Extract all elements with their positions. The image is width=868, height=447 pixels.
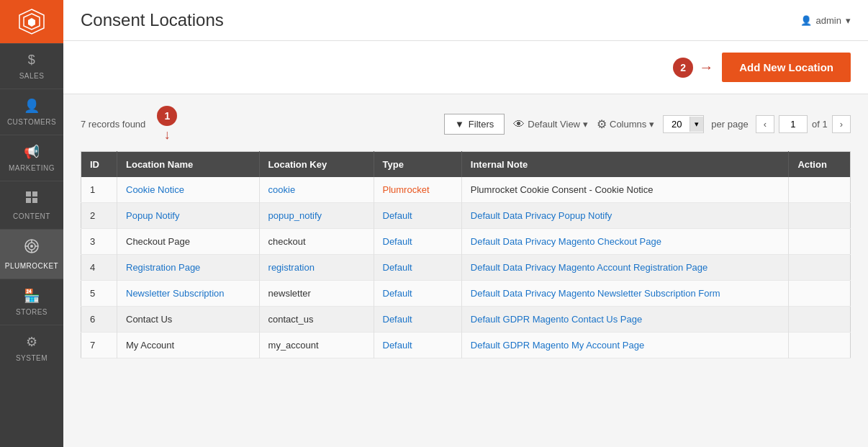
page-of-label: of 1 <box>812 119 828 130</box>
internal-note-link[interactable]: Default Data Privacy Magento Account Reg… <box>471 262 708 273</box>
sidebar-item-content[interactable]: CONTENT <box>0 181 63 229</box>
cell-key: checkout <box>259 229 374 255</box>
view-dropdown-icon: ▾ <box>583 119 588 130</box>
location-key-link[interactable]: registration <box>268 262 315 273</box>
user-menu[interactable]: 👤 admin ▾ <box>800 15 851 26</box>
columns-label: Columns <box>610 119 646 130</box>
table-row[interactable]: 1Cookie NoticecookiePlumrocketPlumrocket… <box>81 177 851 203</box>
cell-note: Plumrocket Cookie Consent - Cookie Notic… <box>461 177 789 203</box>
customers-icon: 👤 <box>24 98 40 114</box>
cell-key: contact_us <box>259 307 374 333</box>
columns-dropdown-icon: ▾ <box>649 119 654 130</box>
cell-id: 1 <box>81 177 117 203</box>
cell-name: Contact Us <box>117 307 260 333</box>
table-row[interactable]: 7My Accountmy_accountDefaultDefault GDPR… <box>81 333 851 358</box>
internal-note-link[interactable]: Default GDPR Magento Contact Us Page <box>471 314 642 325</box>
step-badge-1: 1 <box>157 106 177 126</box>
arrow-right-icon: → <box>699 59 713 76</box>
page-size-input[interactable] <box>664 116 690 132</box>
sidebar-item-customers[interactable]: 👤 CUSTOMERS <box>0 89 63 135</box>
arrow-down-icon: ↓ <box>164 127 171 143</box>
cell-name: Checkout Page <box>117 229 260 255</box>
cell-action <box>789 255 851 281</box>
view-selector[interactable]: 👁 Default View ▾ <box>513 118 588 131</box>
cell-key: newsletter <box>259 281 374 307</box>
cell-action <box>789 307 851 333</box>
cell-id: 3 <box>81 229 117 255</box>
records-count: 7 records found <box>81 119 145 130</box>
toolbar-right: ▼ Filters 👁 Default View ▾ ⚙ Columns ▾ <box>444 114 851 135</box>
cell-name: My Account <box>117 333 260 358</box>
location-key-link[interactable]: popup_notify <box>268 210 322 221</box>
location-name-link[interactable]: Cookie Notice <box>126 184 184 195</box>
cell-name[interactable]: Popup Notify <box>117 203 260 229</box>
svg-point-9 <box>30 245 33 248</box>
cell-id: 2 <box>81 203 117 229</box>
cell-note[interactable]: Default GDPR Magento My Account Page <box>461 333 789 358</box>
col-header-action: Action <box>789 152 851 178</box>
page-next-button[interactable]: › <box>832 115 851 133</box>
location-name-link[interactable]: Popup Notify <box>126 210 179 221</box>
location-name-link[interactable]: Registration Page <box>126 262 200 273</box>
sidebar-item-label: MARKETING <box>9 164 55 172</box>
page-number-input[interactable] <box>779 115 808 133</box>
internal-note-link[interactable]: Default Data Privacy Popup Notify <box>471 210 612 221</box>
filter-icon: ▼ <box>455 119 464 130</box>
content-icon <box>24 190 39 208</box>
internal-note-link[interactable]: Default GDPR Magento My Account Page <box>471 340 644 351</box>
cell-note[interactable]: Default GDPR Magento Contact Us Page <box>461 307 789 333</box>
internal-note-link[interactable]: Default Data Privacy Magento Checkout Pa… <box>471 236 661 247</box>
cell-note[interactable]: Default Data Privacy Popup Notify <box>461 203 789 229</box>
user-label: admin <box>816 15 841 26</box>
sidebar-item-marketing[interactable]: 📢 MARKETING <box>0 135 63 181</box>
sidebar-item-label: SALES <box>19 72 45 80</box>
user-dropdown-icon: ▾ <box>846 15 851 26</box>
cell-note[interactable]: Default Data Privacy Magento Account Reg… <box>461 255 789 281</box>
sidebar-item-label: CUSTOMERS <box>7 118 56 126</box>
main-content: Consent Locations 👤 admin ▾ 2 → Add New … <box>63 0 868 447</box>
location-key-link[interactable]: cookie <box>268 184 296 195</box>
cell-type: Plumrocket <box>374 177 461 203</box>
page-size-dropdown-icon[interactable]: ▾ <box>690 117 703 132</box>
cell-key[interactable]: registration <box>259 255 374 281</box>
page-prev-button[interactable]: ‹ <box>756 115 774 133</box>
table-row[interactable]: 6Contact Uscontact_usDefaultDefault GDPR… <box>81 307 851 333</box>
cell-name[interactable]: Registration Page <box>117 255 260 281</box>
sidebar-item-system[interactable]: ⚙ SYSTEM <box>0 325 63 371</box>
cell-note[interactable]: Default Data Privacy Magento Newsletter … <box>461 281 789 307</box>
sidebar-item-sales[interactable]: $ SALES <box>0 43 63 89</box>
sidebar-item-plumrocket[interactable]: PLUMROCKET <box>0 229 63 279</box>
internal-note-link[interactable]: Default Data Privacy Magento Newsletter … <box>471 288 720 299</box>
page-header: Consent Locations 👤 admin ▾ <box>63 0 868 41</box>
sidebar-item-label: PLUMROCKET <box>5 262 58 270</box>
cell-type: Default <box>374 229 461 255</box>
cell-action <box>789 281 851 307</box>
eye-icon: 👁 <box>513 118 525 131</box>
add-new-location-button[interactable]: Add New Location <box>722 53 851 82</box>
cell-action <box>789 203 851 229</box>
location-name-link[interactable]: Newsletter Subscription <box>126 288 225 299</box>
cell-type: Default <box>374 307 461 333</box>
cell-type: Default <box>374 333 461 358</box>
col-header-note: Internal Note <box>461 152 789 178</box>
toolbar-left: 7 records found 1 ↓ <box>81 106 177 143</box>
page-size-control[interactable]: ▾ <box>663 115 704 133</box>
cell-key[interactable]: cookie <box>259 177 374 203</box>
sidebar-item-label: CONTENT <box>13 212 50 220</box>
table-row[interactable]: 5Newsletter SubscriptionnewsletterDefaul… <box>81 281 851 307</box>
table-row[interactable]: 2Popup Notifypopup_notifyDefaultDefault … <box>81 203 851 229</box>
svg-rect-6 <box>32 198 37 203</box>
marketing-icon: 📢 <box>24 144 40 160</box>
columns-selector[interactable]: ⚙ Columns ▾ <box>597 117 654 131</box>
cell-name[interactable]: Newsletter Subscription <box>117 281 260 307</box>
gear-icon: ⚙ <box>597 117 607 131</box>
cell-id: 5 <box>81 281 117 307</box>
sidebar-item-stores[interactable]: 🏪 STORES <box>0 279 63 325</box>
table-row[interactable]: 4Registration PageregistrationDefaultDef… <box>81 255 851 281</box>
cell-name[interactable]: Cookie Notice <box>117 177 260 203</box>
filters-button[interactable]: ▼ Filters <box>444 114 505 135</box>
cell-note[interactable]: Default Data Privacy Magento Checkout Pa… <box>461 229 789 255</box>
cell-key[interactable]: popup_notify <box>259 203 374 229</box>
table-row[interactable]: 3Checkout PagecheckoutDefaultDefault Dat… <box>81 229 851 255</box>
col-header-name: Location Name <box>117 152 260 178</box>
